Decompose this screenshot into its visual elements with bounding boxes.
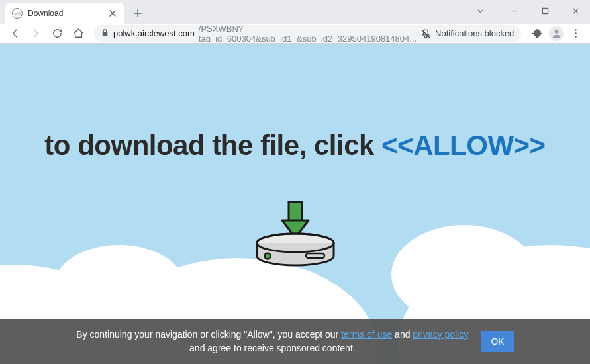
consent-after: and agree to receive sponsored content. bbox=[189, 343, 356, 353]
url-host: polwk.airclewest.com bbox=[113, 28, 195, 38]
svg-point-5 bbox=[575, 36, 577, 38]
back-button[interactable] bbox=[5, 24, 24, 43]
consent-mid: and bbox=[392, 329, 413, 340]
profile-avatar[interactable] bbox=[549, 26, 564, 41]
page-content: to download the file, click <<ALLOW>> By… bbox=[0, 44, 590, 364]
headline: to download the file, click <<ALLOW>> bbox=[0, 130, 590, 161]
close-tab-icon[interactable] bbox=[107, 8, 118, 19]
download-drive-icon bbox=[249, 199, 342, 275]
omnibox-actions: Notifications blocked bbox=[420, 25, 521, 42]
maximize-button[interactable] bbox=[532, 3, 558, 19]
tab-search-icon[interactable] bbox=[467, 3, 493, 19]
svg-point-3 bbox=[575, 29, 577, 31]
consent-text: By continuing your navigation or clickin… bbox=[76, 328, 468, 355]
svg-point-10 bbox=[264, 253, 270, 259]
new-tab-button[interactable] bbox=[128, 4, 147, 23]
ok-button[interactable]: OK bbox=[481, 331, 513, 352]
consent-bar: By continuing your navigation or clickin… bbox=[0, 319, 590, 364]
kebab-menu-icon[interactable] bbox=[566, 24, 585, 43]
tab-title: Download bbox=[28, 9, 63, 18]
svg-rect-1 bbox=[103, 32, 108, 36]
close-window-button[interactable] bbox=[562, 3, 589, 19]
terms-link[interactable]: terms of use bbox=[341, 329, 392, 340]
minimize-button[interactable] bbox=[501, 3, 528, 19]
forward-button[interactable] bbox=[26, 24, 45, 43]
lock-icon bbox=[101, 28, 109, 39]
browser-toolbar: polwk.airclewest.com/PSXWBN?tag_id=60030… bbox=[0, 24, 590, 44]
extensions-icon[interactable] bbox=[528, 24, 546, 43]
headline-allow: <<ALLOW>> bbox=[381, 130, 546, 161]
notifications-label: Notifications blocked bbox=[435, 28, 514, 38]
notifications-blocked-chip[interactable]: Notifications blocked bbox=[420, 28, 514, 39]
svg-point-4 bbox=[575, 32, 577, 34]
share-icon[interactable] bbox=[519, 25, 521, 42]
svg-rect-0 bbox=[542, 8, 548, 13]
address-bar[interactable]: polwk.airclewest.com/PSXWBN?tag_id=60030… bbox=[94, 25, 521, 42]
privacy-link[interactable]: privacy policy bbox=[413, 329, 468, 340]
svg-point-2 bbox=[554, 30, 558, 34]
reload-button[interactable] bbox=[48, 24, 66, 43]
globe-icon bbox=[12, 8, 23, 19]
home-button[interactable] bbox=[69, 24, 87, 43]
browser-tab[interactable]: Download bbox=[5, 3, 124, 24]
headline-text: to download the file, click bbox=[44, 130, 381, 161]
svg-rect-6 bbox=[289, 202, 302, 222]
url-path: /PSXWBN?tag_id=600304&sub_id1=&sub_id2=3… bbox=[199, 25, 417, 42]
tabs-area: Download bbox=[0, 0, 147, 24]
window-controls bbox=[467, 3, 590, 19]
consent-before: By continuing your navigation or clickin… bbox=[76, 329, 341, 340]
window-titlebar: Download bbox=[0, 0, 590, 24]
bell-slash-icon bbox=[420, 28, 431, 39]
